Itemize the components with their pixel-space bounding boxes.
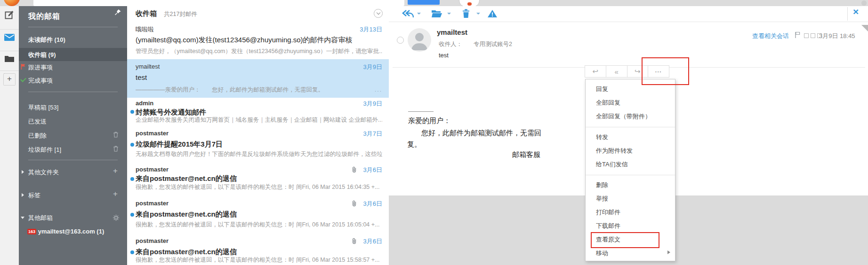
email-sender: postmaster [136,166,169,173]
list-title: 收件箱 [136,9,157,18]
toolbar-divider [847,7,848,21]
body-text: 复。 [407,140,421,149]
flag-message-icon[interactable] [795,31,800,38]
body-signature: 邮箱客服 [512,150,540,159]
pin-icon[interactable] [114,9,121,16]
folder-icon [5,55,14,62]
menu-item-forward[interactable]: 转发 [596,133,608,141]
sidebar-item-followup[interactable]: 跟进事项 [28,63,53,72]
menu-item-move[interactable]: 移动 [596,249,608,257]
email-preview: 管理员您好，（ymailtest@qq.com）发往（test123456@zh… [136,47,382,55]
account-163-badge: 163 [27,229,36,234]
email-subject: 垃圾邮件提醒2015年3月7日 [136,140,370,149]
message-subject: test [439,52,449,59]
sidebar-group-other-folders[interactable]: 其他文件夹 [28,168,59,177]
plus-icon: + [7,74,12,83]
menu-item-print[interactable]: 打印邮件 [596,208,620,217]
reply-all-icon[interactable]: « [606,66,627,77]
email-list-item[interactable]: postmaster 3月6日 来自postmaster@net.cn的退信 很… [127,162,389,195]
firefox-logo-icon [4,0,20,6]
submenu-arrow-icon [667,250,670,254]
email-list-item[interactable]: admin 3月9日 封禁账号外发通知邮件 企业邮箱外发服务关闭通知万网首页｜域… [127,98,389,126]
folder-sidebar: 我的邮箱 未读邮件 (10) 收件箱 (9) 跟进事项 完成事项 草稿箱 [53… [19,6,127,265]
reply-all-button[interactable] [402,9,414,18]
more-actions-icon[interactable]: ••• [648,66,669,77]
reply-dropdown-caret[interactable] [417,13,421,15]
gear-icon[interactable] [113,215,119,221]
menu-item-mail-them[interactable]: 给TA们发信 [596,160,628,169]
select-message-radio[interactable] [397,37,404,44]
email-subject: (ymailtest@qq.com)发往(test123456@zhuyumin… [136,36,370,45]
email-date: 3月6日 [363,237,382,246]
add-folder-button[interactable]: + [113,168,118,174]
chevron-down-icon [376,11,380,15]
mail-icon [4,34,15,41]
sidebar-item-deleted[interactable]: 已删除 [28,132,47,140]
email-subject: 来自postmaster@net.cn的退信 [136,174,370,183]
empty-junk-icon[interactable] [113,146,119,152]
email-list-item[interactable]: postmaster 3月7日 垃圾邮件提醒2015年3月7日 无标题文档尊敬的… [127,126,389,163]
menu-item-report[interactable]: 举报 [596,195,608,203]
delete-dropdown-caret[interactable] [476,13,480,15]
move-to-folder-button[interactable] [431,10,442,18]
folders-nav-button[interactable] [0,55,19,62]
reply-icon[interactable]: ↩ [585,66,606,77]
sidebar-item-sent[interactable]: 已发送 [28,117,47,126]
compose-icon [5,10,14,20]
sidebar-item-inbox[interactable]: 收件箱 (9) [28,51,56,59]
attachment-icon [352,200,357,207]
menu-item-reply[interactable]: 回复 [596,85,608,94]
message-datetime: 3月9日 18:45 [819,32,855,40]
unread-dot [130,177,134,181]
view-related-conversation-link[interactable]: 查看相关会话 [752,32,789,40]
browser-go-button[interactable] [408,0,440,5]
list-count: 共217封邮件 [164,10,197,18]
email-date: 3月6日 [363,166,382,174]
attachment-icon [352,166,357,173]
menu-item-view-source[interactable]: 查看原文 [596,235,620,244]
message-quick-toolbar: ↩ « ↪ ••• [585,65,669,78]
sidebar-item-account-163[interactable]: 163 ymailtest@163.com (1) [27,228,104,235]
menu-item-reply-all-attach[interactable]: 全部回复（带附件） [596,112,651,121]
unread-dot [130,250,134,254]
list-sort-dropdown-button[interactable] [374,9,383,18]
sidebar-item-drafts[interactable]: 草稿箱 [53] [28,103,58,112]
add-tag-button[interactable]: + [113,191,118,197]
sidebar-item-junk[interactable]: 垃圾邮件 [1] [28,146,61,154]
menu-item-forward-as-attach[interactable]: 作为附件转发 [596,147,633,155]
menu-item-delete[interactable]: 删除 [596,181,608,189]
browser-address-bar[interactable] [33,0,404,6]
email-preview: 无标题文档尊敬的用户您好！下面的邮件是反垃圾邮件系统做昨天为您过滤的垃圾邮件，这… [136,150,382,158]
sidebar-item-done[interactable]: 完成事项 [28,77,53,85]
add-button[interactable]: + [3,73,16,86]
email-list-item[interactable]: 哦啦啦 3月13日 (ymailtest@qq.com)发往(test12345… [127,22,389,60]
email-list-item[interactable]: postmaster 3月6日 来自postmaster@net.cn的退信 很… [127,194,389,233]
forward-icon[interactable]: ↪ [627,66,649,77]
email-sender: 哦啦啦 [136,25,154,34]
sidebar-item-unread[interactable]: 未读邮件 (10) [28,36,65,44]
unread-dot [130,213,134,217]
menu-item-download[interactable]: 下载邮件 [596,222,620,230]
mail-nav-button[interactable] [0,34,19,41]
reading-pane: × ymailtest 收件人： 专用测试账号2 test 查看相关会话 3月9… [389,6,868,265]
sidebar-group-tags[interactable]: 标签 [28,191,40,200]
menu-item-reply-all[interactable]: 全部回复 [596,99,620,107]
email-sender: postmaster [136,200,169,207]
email-sender: admin [136,100,153,107]
email-list-item-selected[interactable]: ymailtest 3月9日 test —————亲爱的用户： 您好，此邮件为邮… [127,59,389,98]
email-date: 3月6日 [363,200,382,208]
email-list-item[interactable]: postmaster 3月6日 来自postmaster@net.cn的退信 很… [127,233,389,265]
message-sender: ymailtest [437,28,467,36]
empty-trash-icon[interactable] [113,132,119,138]
sidebar-title: 我的邮箱 [28,12,60,22]
mail-app: + 我的邮箱 未读邮件 (10) 收件箱 (9) 跟进事项 完成事项 草稿箱 [… [0,0,868,265]
report-spam-button[interactable] [487,9,498,18]
delete-button[interactable] [462,9,470,18]
sidebar-group-other-accounts[interactable]: 其他邮箱 [28,214,53,222]
email-preview: —————亲爱的用户： 您好，此邮件为邮箱测试邮件，无需回复。 [136,86,368,94]
chevron-down-icon [21,217,24,219]
folder-dropdown-caret[interactable] [447,13,451,15]
compose-button[interactable] [0,10,19,20]
new-tab-button[interactable] [861,0,867,6]
close-icon[interactable]: × [853,6,859,17]
